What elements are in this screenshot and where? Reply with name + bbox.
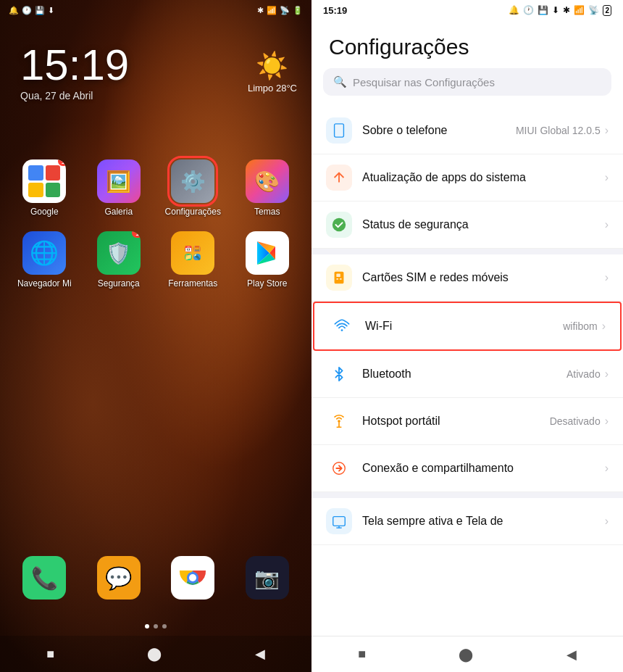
ferramentas-label: Ferramentas (168, 278, 217, 289)
sobre-text: Sobre o telefone (362, 124, 516, 137)
app-row-1: 1 Google 🖼️ Galeria ⚙️ Configurações (7, 159, 304, 217)
bluetooth-value: Ativado (566, 368, 601, 380)
nav-triangle-left[interactable]: ◀ (255, 646, 265, 662)
app-configuracoes[interactable]: ⚙️ Configurações (162, 159, 224, 217)
galeria-label: Galeria (104, 207, 133, 217)
download-icon-right: ⬇ (552, 5, 559, 15)
conexao-icon-settings (326, 455, 352, 481)
sim-text: Cartões SIM e redes móveis (362, 271, 605, 284)
dot-3 (162, 624, 167, 629)
playstore-label: Play Store (247, 278, 287, 289)
alarm-icon-right: 🔔 (509, 5, 519, 15)
sim-icon (326, 265, 352, 291)
app-google[interactable]: 1 Google (14, 159, 75, 217)
storage-icon: 💾 (35, 6, 45, 15)
bluetooth-text: Bluetooth (362, 368, 566, 381)
settings-content: Configurações 🔍 Pesquisar nas Configuraç… (312, 20, 623, 636)
time-display: 15:19 Qua, 27 de Abril (20, 43, 129, 101)
app-playstore[interactable]: Play Store (236, 231, 298, 289)
settings-hotspot[interactable]: Hotspot portátil Desativado › (312, 398, 623, 445)
tools-icon-wrapper: 📅 🧮 📁 🔦 (171, 231, 214, 275)
status-time-right: 15:19 (323, 5, 347, 16)
wifi-status-left: 📡 (280, 6, 290, 15)
nav-square-right[interactable]: ■ (358, 647, 366, 662)
sim-chevron: › (605, 271, 609, 284)
svg-point-7 (189, 574, 196, 581)
bluetooth-title: Bluetooth (362, 368, 566, 381)
download-icon: ⬇ (48, 6, 54, 15)
svg-rect-8 (335, 124, 344, 137)
bottom-dock: 📞 💬 (7, 556, 304, 614)
seguranca-label: Segurança (98, 278, 140, 289)
bluetooth-icon-settings (326, 361, 352, 387)
svg-rect-12 (336, 278, 338, 280)
wifi-title: Wi-Fi (365, 320, 563, 333)
settings-atualizacao[interactable]: Atualização de apps do sistema › (312, 154, 623, 202)
galeria-icon-wrapper: 🖼️ (97, 159, 141, 203)
page-dots (0, 624, 312, 629)
dock-camera[interactable]: 📷 (236, 556, 298, 600)
google-label: Google (30, 207, 59, 217)
app-row-2: 🌐 Navegador Mi 🛡️ 1 Segurança 📅 🧮 � (7, 231, 304, 289)
signal-icon-left: 📶 (267, 6, 277, 15)
settings-status-seguranca[interactable]: Status de segurança › (312, 202, 623, 249)
divider-1 (312, 249, 623, 254)
search-bar[interactable]: 🔍 Pesquisar nas Configurações (323, 68, 611, 96)
dock-chrome[interactable] (162, 556, 224, 600)
tela-title: Tela sempre ativa e Tela de (362, 515, 605, 528)
nav-triangle-right[interactable]: ◀ (566, 647, 577, 663)
app-ferramentas[interactable]: 📅 🧮 📁 🔦 Ferramentas (162, 231, 224, 289)
atualizacao-icon (326, 165, 352, 191)
tela-icon-settings (326, 508, 352, 534)
camera-dock-icon: 📷 (246, 556, 289, 600)
conexao-chevron: › (605, 462, 609, 475)
app-grid: 1 Google 🖼️ Galeria ⚙️ Configurações (7, 159, 304, 303)
hotspot-title: Hotspot portátil (362, 415, 550, 428)
messages-dock-icon: 💬 (97, 556, 141, 600)
nav-circle-left[interactable]: ⬤ (147, 646, 162, 662)
app-galeria[interactable]: 🖼️ Galeria (88, 159, 149, 217)
wifi-icon-settings (329, 313, 355, 339)
temas-icon-wrapper: 🎨 (246, 159, 289, 203)
conexao-title: Conexão e compartilhamento (362, 462, 605, 475)
security-icon-wrapper: 🛡️ 1 (97, 231, 141, 275)
chrome-dock-icon (171, 556, 214, 600)
date-text: Qua, 27 de Abril (20, 90, 129, 101)
nav-circle-right[interactable]: ⬤ (459, 647, 473, 663)
settings-wifi[interactable]: Wi-Fi wifibom › (313, 302, 622, 351)
app-seguranca[interactable]: 🛡️ 1 Segurança (88, 231, 149, 289)
app-temas[interactable]: 🎨 Temas (236, 159, 298, 217)
atualizacao-chevron: › (605, 171, 609, 184)
conexao-text: Conexão e compartilhamento (362, 462, 605, 475)
settings-bluetooth[interactable]: Bluetooth Ativado › (312, 351, 623, 398)
dot-2 (154, 624, 158, 629)
svg-rect-11 (336, 274, 340, 278)
divider-2 (312, 492, 623, 498)
dock-messages[interactable]: 💬 (88, 556, 149, 600)
temas-label: Temas (254, 207, 280, 217)
settings-icon-wrapper: ⚙️ (171, 159, 214, 203)
clock-icon-left: 🕐 (22, 6, 32, 15)
settings-conexao[interactable]: Conexão e compartilhamento › (312, 445, 623, 492)
bluetooth-chevron: › (605, 368, 609, 381)
atualizacao-text: Atualização de apps do sistema (362, 171, 605, 184)
weather-condition: Limpo 28°C (248, 83, 297, 94)
svg-point-9 (333, 218, 346, 231)
status-bar-right: 15:19 🔔 🕐 💾 ⬇ ✱ 📶 📡 2 (312, 0, 623, 20)
atualizacao-title: Atualização de apps do sistema (362, 171, 605, 184)
configuracoes-label: Configurações (165, 207, 221, 217)
nav-bar-right: ■ ⬤ ◀ (312, 636, 623, 672)
svg-point-14 (341, 329, 343, 331)
app-navegador[interactable]: 🌐 Navegador Mi (14, 231, 75, 289)
phone-dock-icon: 📞 (22, 556, 66, 600)
playstore-icon-wrapper (246, 231, 289, 275)
settings-sim[interactable]: Cartões SIM e redes móveis › (312, 254, 623, 302)
dot-1 (145, 624, 149, 629)
settings-sobre[interactable]: Sobre o telefone MIUI Global 12.0.5 › (312, 107, 623, 154)
wifi-chevron: › (602, 320, 606, 333)
nav-square-left[interactable]: ■ (46, 647, 54, 662)
settings-tela[interactable]: Tela sempre ativa e Tela de › (312, 498, 623, 545)
dock-phone[interactable]: 📞 (14, 556, 75, 600)
status-icons-right-left: ✱ 📶 📡 🔋 (257, 6, 303, 15)
clock-icon-right: 🕐 (523, 5, 534, 15)
